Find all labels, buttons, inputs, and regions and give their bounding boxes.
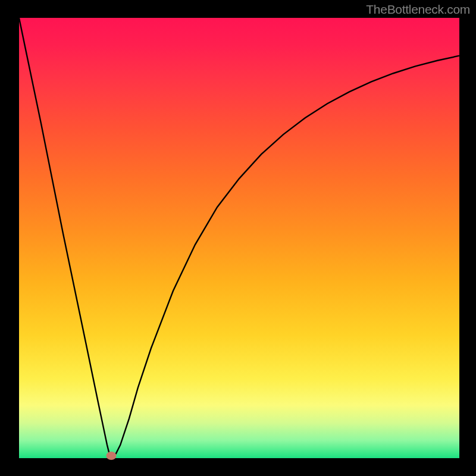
optimal-point-marker <box>107 452 117 460</box>
bottleneck-curve <box>19 18 459 458</box>
chart-frame: TheBottleneck.com <box>0 0 476 476</box>
attribution-text: TheBottleneck.com <box>366 2 470 17</box>
plot-area <box>19 18 459 458</box>
